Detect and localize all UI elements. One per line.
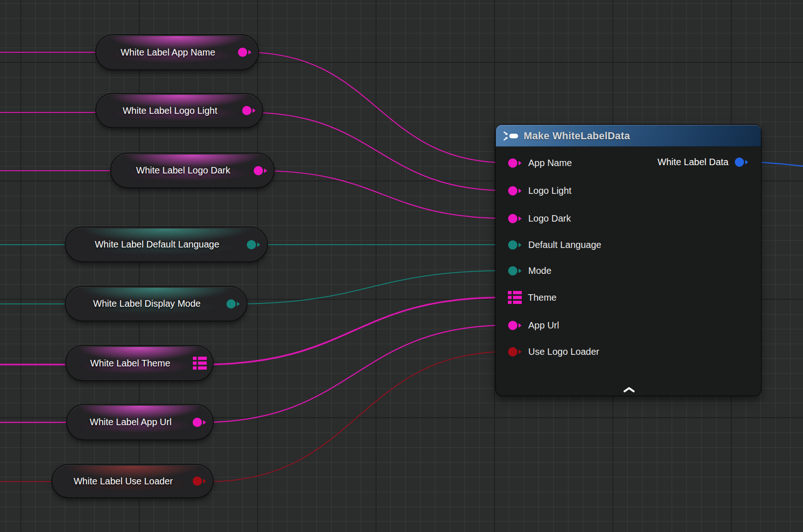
map-input-pin[interactable] — [508, 291, 522, 304]
bool-output-pin[interactable] — [192, 476, 207, 486]
node-header[interactable]: Make WhiteLabelData — [496, 125, 761, 147]
variable-node-logo-light[interactable]: White Label Logo Light — [96, 94, 262, 127]
variable-node-label: White Label Display Mode — [93, 298, 200, 309]
pin-label: App Name — [528, 158, 572, 168]
variable-node-app-url[interactable]: White Label App Url — [67, 405, 213, 439]
string-output-pin[interactable] — [242, 106, 256, 116]
string-output-pin[interactable] — [192, 417, 207, 427]
output-pin-row-white-label-data[interactable]: White Label Data — [658, 155, 749, 169]
variable-node-label: White Label Use Loader — [74, 476, 173, 487]
collapse-chevron-icon[interactable] — [623, 387, 635, 393]
pin-label: White Label Data — [658, 157, 729, 167]
variable-node-use-loader[interactable]: White Label Use Loader — [52, 465, 213, 497]
pin-label: Theme — [528, 292, 556, 303]
make-whitelabeldata-node[interactable]: Make WhiteLabelData App Name Logo Light … — [496, 125, 761, 396]
input-pin-row-default-language[interactable]: Default Language — [508, 238, 601, 252]
variable-node-label: White Label Theme — [90, 358, 170, 369]
enum-output-pin[interactable] — [247, 240, 261, 249]
string-input-pin[interactable] — [508, 321, 522, 330]
enum-input-pin[interactable] — [508, 266, 522, 276]
variable-node-label: White Label App Url — [90, 417, 172, 427]
input-pin-row-logo-light[interactable]: Logo Light — [508, 184, 571, 198]
variable-node-theme[interactable]: White Label Theme — [66, 346, 213, 380]
input-pin-row-app-name[interactable]: App Name — [508, 156, 572, 170]
struct-output-pin[interactable] — [735, 157, 749, 167]
pin-label: Logo Dark — [528, 213, 571, 224]
bool-input-pin[interactable] — [508, 347, 522, 357]
variable-node-label: White Label Logo Dark — [136, 165, 230, 176]
pin-label: Logo Light — [528, 186, 571, 196]
variable-node-label: White Label Default Language — [95, 239, 219, 250]
string-input-pin[interactable] — [508, 214, 522, 223]
string-output-pin[interactable] — [238, 48, 252, 57]
pin-label: Default Language — [528, 240, 601, 250]
variable-node-display-mode[interactable]: White Label Display Mode — [66, 287, 247, 321]
string-input-pin[interactable] — [508, 186, 522, 196]
string-output-pin[interactable] — [253, 166, 268, 175]
map-output-pin[interactable] — [193, 356, 207, 370]
node-title: Make WhiteLabelData — [524, 130, 630, 142]
pin-label: App Url — [528, 320, 559, 331]
input-pin-row-logo-dark[interactable]: Logo Dark — [508, 211, 571, 225]
variable-node-app-name[interactable]: White Label App Name — [96, 35, 258, 69]
variable-node-logo-dark[interactable]: White Label Logo Dark — [111, 154, 274, 187]
pin-label: Mode — [528, 266, 551, 276]
enum-input-pin[interactable] — [508, 240, 522, 250]
variable-node-label: White Label Logo Light — [123, 105, 217, 116]
string-input-pin[interactable] — [508, 158, 522, 168]
input-pin-row-app-url[interactable]: App Url — [508, 318, 559, 332]
make-struct-icon — [503, 130, 519, 142]
pin-label: Use Logo Loader — [528, 346, 599, 357]
variable-node-label: White Label App Name — [121, 47, 216, 58]
input-pin-row-mode[interactable]: Mode — [508, 264, 551, 278]
input-pin-row-theme[interactable]: Theme — [508, 291, 556, 304]
variable-node-default-language[interactable]: White Label Default Language — [66, 228, 267, 261]
input-pin-row-use-logo-loader[interactable]: Use Logo Loader — [508, 345, 599, 359]
blueprint-graph-canvas[interactable]: White Label App Name White Label Logo Li… — [0, 0, 803, 532]
enum-output-pin[interactable] — [226, 299, 241, 309]
